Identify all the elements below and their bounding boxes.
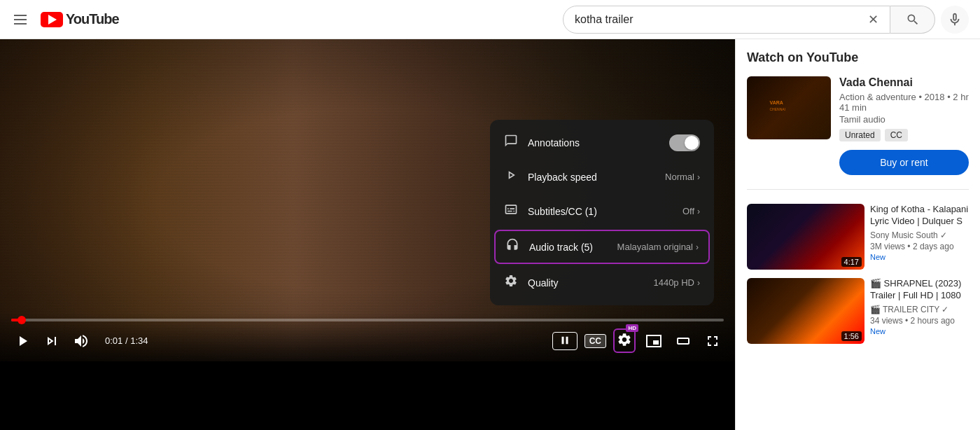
mini-player-icon <box>645 333 662 349</box>
theater-mode-button[interactable] <box>672 330 694 352</box>
gear-icon <box>617 332 632 347</box>
search-icon <box>906 13 920 27</box>
header-left: YouTube <box>11 11 119 27</box>
cc-badge: CC <box>885 129 908 141</box>
fullscreen-icon <box>704 333 721 349</box>
playback-speed-chevron: › <box>697 172 700 182</box>
search-button[interactable] <box>890 6 935 34</box>
sidebar: Watch on YouTube VARA CHENNAI Vada Chenn… <box>735 39 980 430</box>
unrated-badge: Unrated <box>839 129 881 141</box>
subtitles-chevron: › <box>697 207 700 216</box>
hd-badge: HD <box>626 324 638 332</box>
rec-thumb-1: 4:17 <box>747 204 864 270</box>
watch-card-meta: Action & adventure • 2018 • 2 hr 41 min <box>839 92 969 113</box>
settings-playback-speed-item[interactable]: Playback speed Normal › <box>490 160 714 194</box>
quality-icon <box>504 274 518 291</box>
settings-menu: Annotations Playback speed Normal › <box>490 120 714 305</box>
clear-search-button[interactable]: ✕ <box>868 12 878 27</box>
watch-card-info: Vada Chennai Action & adventure • 2018 •… <box>839 76 969 175</box>
watch-card-badges: Unrated CC <box>839 129 969 141</box>
video-player[interactable]: Annotations Playback speed Normal › <box>0 39 735 361</box>
new-badge-2: New <box>870 327 969 335</box>
svg-text:VARA: VARA <box>770 100 783 105</box>
play-pause-button[interactable] <box>11 330 34 352</box>
video-area: Annotations Playback speed Normal › <box>0 39 735 430</box>
search-bar: ✕ <box>563 6 969 34</box>
recommended-video-2[interactable]: 1:56 🎬 SHRAPNEL (2023) Trailer | Full HD… <box>747 278 969 344</box>
buy-rent-button[interactable]: Buy or rent <box>839 150 969 175</box>
search-input-wrap: ✕ <box>563 6 890 34</box>
progress-bar[interactable] <box>11 319 724 321</box>
rec-title-2: 🎬 SHRAPNEL (2023) Trailer | Full HD | 10… <box>870 278 969 302</box>
svg-text:CHENNAI: CHENNAI <box>770 107 786 111</box>
next-button[interactable] <box>41 330 63 352</box>
watch-card-thumbnail[interactable]: VARA CHENNAI <box>747 76 831 139</box>
toggle-thumb <box>685 136 699 150</box>
youtube-icon-red <box>41 12 63 27</box>
hamburger-menu-button[interactable] <box>11 12 29 27</box>
rec-stats-2: 34 views • 2 hours ago <box>870 316 969 326</box>
rec-duration-2: 1:56 <box>841 331 862 341</box>
hamburger-icon <box>14 15 27 25</box>
rec-info-1: King of Kotha - Kalapani Lyric Video | D… <box>870 204 969 270</box>
rec-stats-1: 3M views • 2 days ago <box>870 242 969 251</box>
watch-card-audio: Tamil audio <box>839 114 969 125</box>
progress-dot <box>18 316 26 324</box>
playback-speed-icon <box>504 168 518 186</box>
settings-subtitles-item[interactable]: Subtitles/CC (1) Off › <box>490 194 714 228</box>
header: YouTube ✕ <box>0 0 980 39</box>
playback-speed-label: Playback speed <box>528 172 665 183</box>
watch-card-thumb-inner: VARA CHENNAI <box>747 76 831 139</box>
skip-next-icon <box>43 333 60 349</box>
subtitles-icon <box>504 202 518 220</box>
vada-chennai-text-logo: VARA CHENNAI <box>768 97 810 118</box>
rec-thumb-2: 1:56 <box>747 278 864 344</box>
settings-quality-item[interactable]: Quality 1440p HD › <box>490 265 714 300</box>
rec-channel-2: 🎬 TRAILER CITY ✓ <box>870 305 969 314</box>
subtitles-label: Subtitles/CC (1) <box>528 206 682 217</box>
time-display: 0:01 / 1:34 <box>105 335 148 346</box>
youtube-wordmark: YouTube <box>66 11 119 27</box>
new-badge-1: New <box>870 253 969 261</box>
microphone-icon <box>947 12 962 27</box>
watch-card-title: Vada Chennai <box>839 76 969 89</box>
quality-value: 1440p HD › <box>653 277 700 288</box>
annotations-toggle[interactable] <box>669 134 700 151</box>
pause-icon <box>559 334 571 347</box>
settings-audio-track-item[interactable]: Audio track (5) Malayalam original › <box>494 230 710 264</box>
controls-row: 0:01 / 1:34 CC HD <box>11 328 724 353</box>
recommended-video-1[interactable]: 4:17 King of Kotha - Kalapani Lyric Vide… <box>747 204 969 270</box>
volume-icon <box>73 333 90 349</box>
play-icon <box>14 333 31 349</box>
watch-card: VARA CHENNAI Vada Chennai Action & adven… <box>747 76 969 190</box>
verified-icon-2: ✓ <box>941 305 948 314</box>
subtitles-value: Off › <box>682 206 700 216</box>
voice-search-button[interactable] <box>941 6 969 34</box>
search-input[interactable] <box>575 13 868 26</box>
channel-emoji-2: 🎬 <box>870 305 881 314</box>
settings-button[interactable]: HD <box>613 328 636 353</box>
fullscreen-button[interactable] <box>701 330 724 352</box>
verified-icon-1: ✓ <box>940 230 947 240</box>
volume-button[interactable] <box>70 330 92 352</box>
mini-player-button[interactable] <box>643 330 665 352</box>
youtube-logo[interactable]: YouTube <box>41 11 119 27</box>
audio-track-label: Audio track (5) <box>529 242 617 253</box>
audio-track-value: Malayalam original › <box>617 242 699 252</box>
watch-on-youtube-title: Watch on YouTube <box>747 50 969 65</box>
playback-speed-value: Normal › <box>665 172 700 182</box>
live-button[interactable] <box>552 332 578 350</box>
quality-label: Quality <box>528 277 653 289</box>
rec-info-2: 🎬 SHRAPNEL (2023) Trailer | Full HD | 10… <box>870 278 969 344</box>
annotations-icon <box>504 134 518 151</box>
rec-channel-1: Sony Music South ✓ <box>870 230 969 240</box>
youtube-play-triangle <box>48 15 57 25</box>
video-controls: 0:01 / 1:34 CC HD <box>0 313 735 361</box>
settings-annotations-item[interactable]: Annotations <box>490 125 714 160</box>
progress-fill <box>11 319 22 321</box>
rec-title-1: King of Kotha - Kalapani Lyric Video | D… <box>870 204 969 228</box>
annotations-label: Annotations <box>528 137 669 148</box>
theater-icon <box>675 333 692 349</box>
cc-button[interactable]: CC <box>584 334 606 348</box>
rec-duration-1: 4:17 <box>841 257 862 267</box>
